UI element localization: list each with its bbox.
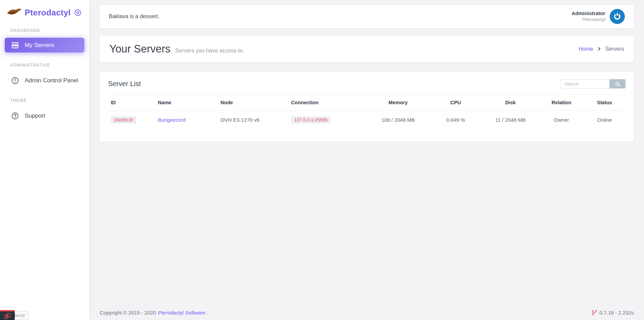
- col-header-node: Node: [218, 95, 288, 110]
- section-label-theme: THEME: [10, 98, 89, 103]
- user-block: Administrator Pterodactyl: [572, 10, 605, 23]
- server-cpu: 0.049 %: [429, 110, 481, 130]
- server-list-card: Server List ID Name Node Connection: [100, 72, 634, 142]
- debugbar-toggle[interactable]: [0, 310, 15, 320]
- debugbar-boxes-icon: [4, 312, 11, 319]
- user-avatar-power-icon[interactable]: [610, 9, 625, 24]
- chevron-right-icon: [597, 47, 601, 51]
- search-icon: [615, 82, 620, 86]
- section-label-dashboard: DASHBOARD: [10, 28, 89, 33]
- footer: Copyright © 2015 - 2020 Pterodactyl Soft…: [100, 310, 634, 320]
- copyright-suffix: .: [207, 310, 208, 316]
- col-header-connection: Connection: [288, 95, 367, 110]
- topbar-message: Baklava is a dessert.: [109, 13, 159, 20]
- sidebar-item-my-servers[interactable]: My Servers: [5, 38, 84, 52]
- breadcrumb-home-link[interactable]: Home: [579, 46, 593, 52]
- copyright-text: Copyright © 2015 - 2020: [100, 310, 156, 316]
- topbar: Baklava is a dessert. Administrator Pter…: [100, 5, 634, 28]
- pterodactyl-software-link[interactable]: Pterodactyl Software: [158, 310, 205, 316]
- server-relation: Owner: [539, 110, 584, 130]
- server-status: Online: [584, 110, 625, 130]
- user-name: Administrator: [572, 10, 605, 17]
- search-button[interactable]: [609, 79, 625, 88]
- sidebar-item-support[interactable]: Support: [5, 108, 84, 123]
- spacer: [100, 142, 634, 310]
- exclamation-circle-icon: [11, 76, 19, 85]
- pterodactyl-bird-icon: [7, 8, 22, 18]
- col-header-disk: Disk: [482, 95, 539, 110]
- col-header-cpu: CPU: [429, 95, 481, 110]
- col-header-status: Status: [584, 95, 625, 110]
- server-name-link[interactable]: Bungeecord: [158, 117, 186, 123]
- code-branch-icon: [592, 310, 597, 316]
- section-label-administrative: ADMINISTRATIVE: [10, 63, 89, 68]
- breadcrumb-current: Servers: [605, 46, 624, 52]
- version-block: 0.7.18 - 2.232s: [592, 310, 634, 316]
- sidebar-item-label: Support: [25, 112, 45, 119]
- col-header-memory: Memory: [367, 95, 429, 110]
- page-title: Your Servers: [109, 43, 170, 55]
- sidebar-item-label: Admin Control Panel: [25, 77, 78, 84]
- col-header-relation: Relation: [539, 95, 584, 110]
- server-list-title: Server List: [108, 80, 141, 88]
- sidebar: Pterodactyl DASHBOARD My Servers ADMINIS…: [0, 0, 89, 320]
- search-input[interactable]: [561, 79, 609, 88]
- server-icon: [11, 41, 19, 49]
- logo-row: Pterodactyl: [0, 0, 89, 18]
- server-node: OVH E3-1270 v6: [218, 110, 288, 130]
- server-memory: 108 / 2048 MB: [367, 110, 429, 130]
- table-header-row: ID Name Node Connection Memory CPU Disk …: [108, 95, 625, 110]
- col-header-id: ID: [108, 95, 155, 110]
- col-header-name: Name: [155, 95, 218, 110]
- panel-version: 0.7.18 - 2.232s: [599, 310, 634, 316]
- server-table: ID Name Node Connection Memory CPU Disk …: [108, 95, 625, 129]
- page-subtitle: Servers you have access to.: [175, 44, 244, 54]
- main-content: Baklava is a dessert. Administrator Pter…: [89, 0, 644, 320]
- server-connection-badge: 127.0.0.1:25565: [291, 116, 331, 123]
- server-id-badge: 33e55c3f: [111, 116, 136, 123]
- breadcrumb: Home Servers: [579, 46, 624, 52]
- sidebar-item-label: My Servers: [25, 42, 54, 49]
- sidebar-item-admin-control-panel[interactable]: Admin Control Panel: [5, 73, 84, 88]
- server-disk: 11 / 2048 MB: [482, 110, 539, 130]
- brand-title[interactable]: Pterodactyl: [25, 8, 71, 17]
- question-circle-icon: [11, 112, 19, 120]
- user-subtitle: Pterodactyl: [572, 17, 605, 23]
- table-row: 33e55c3f Bungeecord OVH E3-1270 v6 127.0…: [108, 110, 625, 130]
- page-header: Your Servers Servers you have access to.…: [100, 36, 634, 62]
- collapse-sidebar-icon[interactable]: [74, 9, 82, 16]
- search-group: [561, 79, 625, 88]
